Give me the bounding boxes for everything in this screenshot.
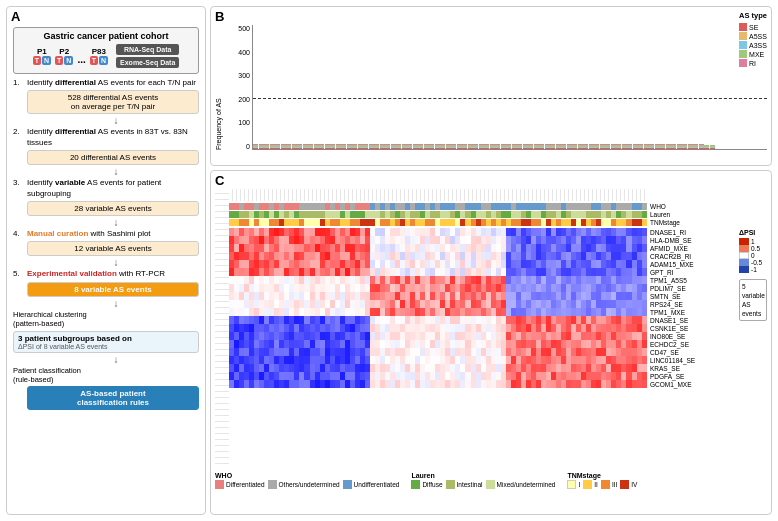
lauren-diffuse-label: Diffuse <box>422 481 442 488</box>
five-var-label: 5 variableAS events <box>739 279 767 321</box>
y-axis-ticks: 500 400 300 200 100 0 <box>224 25 252 150</box>
heatmap-cell <box>642 324 647 332</box>
bar-group <box>429 144 434 149</box>
bar-segment <box>594 148 599 149</box>
tnm-legend: TNMstage I II III <box>567 472 637 489</box>
annotation-cell <box>642 203 647 210</box>
y-tick-300: 300 <box>238 72 250 79</box>
bar-group <box>303 144 308 149</box>
heatmap-cell <box>642 236 647 244</box>
heatmap-row <box>229 292 647 300</box>
bar-group <box>666 144 671 149</box>
bar-segment <box>330 148 335 149</box>
bar-segment <box>385 148 390 149</box>
bar-group <box>611 144 616 149</box>
bar-segment <box>534 148 539 149</box>
bar-segment <box>523 148 528 149</box>
lauren-intestinal: Intestinal <box>446 480 483 489</box>
arrow-5: ↓ <box>33 299 199 309</box>
legend-se-label: SE <box>749 24 758 31</box>
tnm-III-label: III <box>612 481 617 488</box>
result-5: 8 variable AS events <box>27 282 199 297</box>
heatmap-row <box>229 244 647 252</box>
bar-segment <box>710 148 715 149</box>
heatmap-main <box>229 189 647 469</box>
bar-segment <box>407 148 412 149</box>
bar-group <box>292 144 297 149</box>
heatmap-cells <box>229 244 647 252</box>
row-label: INO80E_SE <box>650 332 737 340</box>
panel-a: A Gastric cancer patient cohort P1 T N P… <box>6 6 206 515</box>
bar-group <box>369 144 374 149</box>
bar-segment <box>275 148 280 149</box>
dendro-left <box>215 189 229 469</box>
panel-a-content: Gastric cancer patient cohort P1 T N P2 … <box>13 27 199 410</box>
bar-group <box>600 144 605 149</box>
dendro-top <box>229 189 647 201</box>
bar-group <box>297 144 302 149</box>
arrow-3: ↓ <box>33 218 199 228</box>
who-diff-color <box>215 480 224 489</box>
bar-group <box>671 144 676 149</box>
heatmap-cells <box>229 380 647 388</box>
heatmap-row <box>229 356 647 364</box>
legend-a3ss-label: A3SS <box>749 42 767 49</box>
bar-segment <box>402 148 407 149</box>
bar-group <box>572 144 577 149</box>
heatmap-cells <box>229 252 647 260</box>
legend-a5ss-label: A5SS <box>749 33 767 40</box>
bar-group <box>649 144 654 149</box>
bar-group <box>534 144 539 149</box>
lauren-mixed: Mixed/undetermined <box>486 480 556 489</box>
y-tick-400: 400 <box>238 49 250 56</box>
scale-val-1: 1 <box>751 238 755 245</box>
legend-se-color <box>739 23 747 31</box>
bar-segment <box>671 148 676 149</box>
heatmap-row <box>229 324 647 332</box>
bar-segment <box>660 148 665 149</box>
heatmap-row <box>229 316 647 324</box>
dendro-left-area <box>215 189 229 469</box>
bar-segment <box>281 148 286 149</box>
heatmap-row <box>229 284 647 292</box>
heatmap-row <box>229 348 647 356</box>
legend-b: AS type SE A5SS A3SS MX <box>739 11 767 67</box>
bar-segment <box>446 148 451 149</box>
legend-mxe-label: MXE <box>749 51 764 58</box>
result-2: 20 differential AS events <box>27 150 199 165</box>
panel-b-label: B <box>215 9 224 24</box>
bar-segment <box>699 148 704 149</box>
bar-segment <box>451 148 456 149</box>
bar-segment <box>413 148 418 149</box>
bar-segment <box>600 148 605 149</box>
heatmap-cell <box>642 340 647 348</box>
bar-segment <box>539 148 544 149</box>
who-diff-label: Differentiated <box>226 481 265 488</box>
scale-val-0.5: 0.5 <box>751 245 760 252</box>
bar-group <box>627 144 632 149</box>
bar-segment <box>655 148 660 149</box>
step-1-text: Identify differential AS events for each… <box>27 78 196 88</box>
arrow-2: ↓ <box>33 167 199 177</box>
p1-tn: T N <box>33 56 51 65</box>
row-label: DNASE1_RI <box>650 228 737 236</box>
bar-segment <box>589 148 594 149</box>
row-label: SMTN_SE <box>650 292 737 300</box>
bar-group <box>473 144 478 149</box>
bar-group <box>374 144 379 149</box>
p1-n: N <box>42 56 51 65</box>
heatmap-row <box>229 308 647 316</box>
bar-group <box>699 144 704 149</box>
bar-segment <box>633 148 638 149</box>
scale-neg0.5: -0.5 <box>739 259 767 266</box>
lauren-annotation-row <box>229 211 647 218</box>
bar-segment <box>484 148 489 149</box>
heatmap-container: WHO Lauren TNMstage DNASE1_RIHLA-DMB_SEA… <box>215 189 767 469</box>
bar-group <box>286 144 291 149</box>
tnm-III: III <box>601 480 617 489</box>
step-5-text: Experimental validation with RT-PCR <box>27 269 165 279</box>
steps-section: 1. Identify differential AS events for e… <box>13 78 199 410</box>
lauren-mixed-color <box>486 480 495 489</box>
bar-group <box>440 144 445 149</box>
heatmap-row <box>229 236 647 244</box>
